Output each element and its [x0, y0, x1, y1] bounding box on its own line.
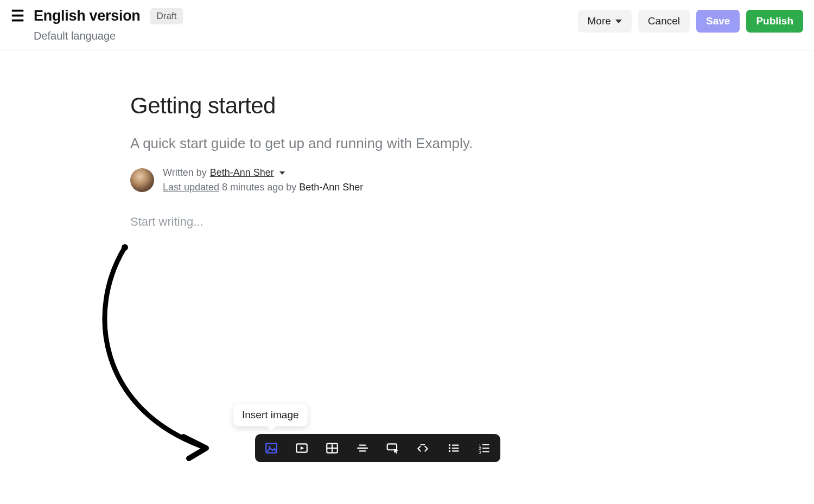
insert-image-button[interactable] [263, 439, 280, 457]
cancel-button[interactable]: Cancel [638, 10, 690, 33]
page-subtitle: Default language [34, 30, 183, 42]
page-title: English version [34, 8, 141, 24]
document-title[interactable]: Getting started [130, 93, 651, 119]
chevron-down-icon [615, 20, 622, 23]
insert-button-button[interactable] [384, 439, 402, 457]
floating-toolbar: 1 2 3 [255, 434, 500, 462]
bullet-list-icon [447, 441, 461, 455]
publish-button[interactable]: Publish [746, 10, 803, 33]
insert-divider-button[interactable] [354, 439, 371, 457]
svg-rect-10 [387, 444, 397, 450]
editor-header: ☰ English version Draft Default language… [0, 0, 814, 50]
author-name-label: Beth-Ann Sher [210, 167, 274, 178]
author-line2: Last updated 8 minutes ago by Beth-Ann S… [163, 182, 363, 193]
video-icon [295, 441, 309, 455]
author-line1: Written by Beth-Ann Sher [163, 167, 363, 178]
written-by-label: Written by [163, 167, 207, 178]
author-text: Written by Beth-Ann Sher Last updated 8 … [163, 167, 363, 193]
svg-point-12 [449, 447, 450, 449]
editor-content: Getting started A quick start guide to g… [130, 50, 651, 229]
floating-toolbar-container: Insert image [255, 434, 500, 462]
numbered-list-button[interactable]: 1 2 3 [475, 439, 493, 457]
more-button-label: More [588, 15, 611, 27]
numbered-list-icon: 1 2 3 [477, 441, 491, 455]
svg-point-0 [122, 244, 128, 251]
table-icon [325, 441, 339, 455]
tooltip: Insert image [233, 404, 308, 426]
insert-table-button[interactable] [323, 439, 341, 457]
editor-name: Beth-Ann Sher [299, 182, 363, 193]
header-left: ☰ English version Draft Default language [11, 8, 183, 42]
code-icon [416, 441, 430, 455]
author-name-dropdown[interactable]: Beth-Ann Sher [210, 167, 274, 178]
title-row: English version Draft [34, 8, 183, 24]
author-avatar [130, 168, 154, 192]
insert-video-button[interactable] [293, 439, 310, 457]
svg-point-11 [449, 444, 450, 446]
insert-code-button[interactable] [415, 439, 432, 457]
save-button[interactable]: Save [696, 10, 740, 33]
title-block: English version Draft Default language [34, 8, 183, 42]
author-row: Written by Beth-Ann Sher Last updated 8 … [130, 167, 651, 193]
status-badge: Draft [150, 8, 183, 24]
document-subtitle[interactable]: A quick start guide to get up and runnin… [130, 135, 651, 152]
button-icon [386, 441, 400, 455]
editor-body[interactable]: Start writing... [130, 215, 651, 229]
menu-icon[interactable]: ☰ [11, 8, 24, 24]
more-button[interactable]: More [578, 10, 632, 33]
by-label: by [286, 182, 296, 193]
svg-text:3: 3 [479, 450, 481, 455]
bulleted-list-button[interactable] [445, 439, 462, 457]
svg-point-13 [449, 450, 450, 452]
header-actions: More Cancel Save Publish [578, 8, 803, 33]
last-updated-link[interactable]: Last updated [163, 182, 219, 193]
divider-icon [355, 441, 370, 455]
chevron-down-icon [279, 171, 285, 175]
image-icon [264, 441, 278, 455]
annotation-arrow [92, 244, 233, 461]
updated-time: 8 minutes ago [222, 182, 283, 193]
